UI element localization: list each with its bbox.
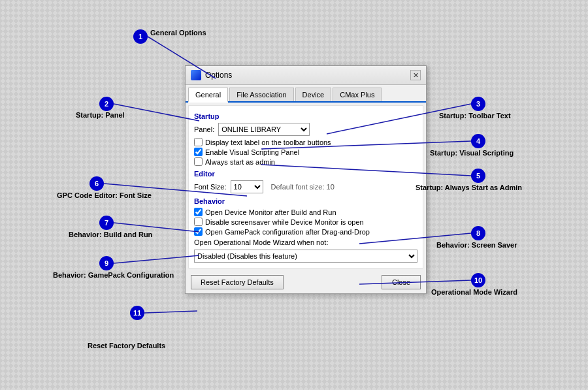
reset-factory-defaults-button[interactable]: Reset Factory Defaults bbox=[191, 275, 284, 289]
annotation-badge-8: 8 bbox=[471, 226, 485, 240]
annotation-label-9: Behavior: GamePack Configuration bbox=[53, 271, 174, 279]
font-size-row: Font Size: 8910111214 Default font size:… bbox=[194, 180, 417, 193]
dialog-footer: Reset Factory Defaults Close bbox=[186, 271, 426, 293]
annotation-badge-1: 1 bbox=[133, 29, 148, 44]
svg-line-10 bbox=[144, 311, 197, 313]
annotation-badge-10: 10 bbox=[471, 273, 485, 287]
annotation-badge-6: 6 bbox=[90, 176, 104, 191]
toolbar-text-label: Display text label on the toolbar button… bbox=[205, 138, 331, 146]
panel-select[interactable]: ONLINE LIBRARY DEVICE SCRIPTING bbox=[218, 123, 310, 136]
font-size-label: Font Size: bbox=[194, 183, 227, 191]
default-font-text: Default font size: 10 bbox=[271, 183, 335, 191]
dialog-title: Options bbox=[191, 70, 232, 80]
annotation-label-5: Startup: Always Start as Admin bbox=[416, 184, 522, 191]
editor-header: Editor bbox=[194, 170, 417, 178]
annotation-label-10: Operational Mode Wizard bbox=[431, 288, 517, 296]
build-run-checkbox-row: Open Device Monitor after Build and Run bbox=[194, 208, 417, 216]
annotation-badge-2: 2 bbox=[99, 97, 114, 111]
admin-label: Always start as admin bbox=[205, 158, 275, 166]
annotation-badge-5: 5 bbox=[471, 169, 485, 183]
toolbar-text-checkbox[interactable] bbox=[194, 138, 203, 146]
font-size-select[interactable]: 8910111214 bbox=[231, 180, 263, 193]
annotation-badge-11: 11 bbox=[130, 306, 144, 320]
build-run-label: Open Device Monitor after Build and Run bbox=[205, 208, 336, 216]
dialog-content: Startup Panel: ONLINE LIBRARY DEVICE SCR… bbox=[188, 105, 423, 268]
admin-checkbox[interactable] bbox=[194, 157, 203, 166]
visual-scripting-checkbox-row: Enable Visual Scripting Panel bbox=[194, 148, 417, 156]
annotation-badge-4: 4 bbox=[471, 134, 485, 148]
annotation-label-4: Startup: Visual Scripting bbox=[430, 149, 514, 157]
wizard-select[interactable]: Disabled (Disables this feature) Enabled… bbox=[194, 250, 417, 263]
annotation-label-2: Startup: Panel bbox=[76, 111, 125, 119]
dialog-close-button[interactable]: ✕ bbox=[410, 70, 421, 80]
build-run-checkbox[interactable] bbox=[194, 208, 203, 216]
tab-device[interactable]: Device bbox=[295, 88, 332, 101]
dialog-icon bbox=[191, 70, 201, 80]
visual-scripting-label: Enable Visual Scripting Panel bbox=[205, 148, 299, 156]
toolbar-text-checkbox-row: Display text label on the toolbar button… bbox=[194, 138, 417, 146]
tab-cmax-plus[interactable]: CMax Plus bbox=[333, 88, 382, 101]
admin-checkbox-row: Always start as admin bbox=[194, 157, 417, 166]
annotation-badge-7: 7 bbox=[99, 216, 114, 230]
dialog-title-text: Options bbox=[205, 71, 232, 80]
options-dialog: Options ✕ General File Association Devic… bbox=[185, 65, 427, 294]
wizard-label: Open Operational Mode Wizard when not: bbox=[194, 238, 417, 246]
annotation-label-11: Reset Factory Defaults bbox=[88, 342, 165, 349]
annotation-badge-3: 3 bbox=[471, 97, 485, 111]
annotation-label-1: General Options bbox=[150, 29, 206, 37]
gamepack-label: Open GamePack configuration after Drag-a… bbox=[205, 228, 370, 236]
annotation-badge-9: 9 bbox=[99, 256, 114, 270]
panel-label: Panel: bbox=[194, 125, 214, 133]
annotation-label-6: GPC Code Editor: Font Size bbox=[57, 191, 152, 199]
startup-header: Startup bbox=[194, 112, 417, 120]
screensaver-label: Disable screensaver while Device Monitor… bbox=[205, 218, 364, 226]
screensaver-checkbox-row: Disable screensaver while Device Monitor… bbox=[194, 218, 417, 226]
tab-general[interactable]: General bbox=[188, 88, 228, 103]
dialog-tabs: General File Association Device CMax Plu… bbox=[186, 85, 426, 103]
visual-scripting-checkbox[interactable] bbox=[194, 148, 203, 156]
annotation-label-8: Behavior: Screen Saver bbox=[436, 241, 517, 249]
behavior-header: Behavior bbox=[194, 197, 417, 205]
annotation-label-3: Startup: Toolbar Text bbox=[439, 112, 511, 120]
annotation-label-7: Behavior: Build and Run bbox=[69, 231, 152, 238]
gamepack-checkbox-row: Open GamePack configuration after Drag-a… bbox=[194, 227, 417, 236]
close-button[interactable]: Close bbox=[382, 275, 421, 289]
gamepack-checkbox[interactable] bbox=[194, 227, 203, 236]
screensaver-checkbox[interactable] bbox=[194, 218, 203, 226]
dialog-titlebar: Options ✕ bbox=[186, 66, 426, 85]
panel-row: Panel: ONLINE LIBRARY DEVICE SCRIPTING bbox=[194, 123, 417, 136]
tab-file-association[interactable]: File Association bbox=[229, 88, 293, 101]
